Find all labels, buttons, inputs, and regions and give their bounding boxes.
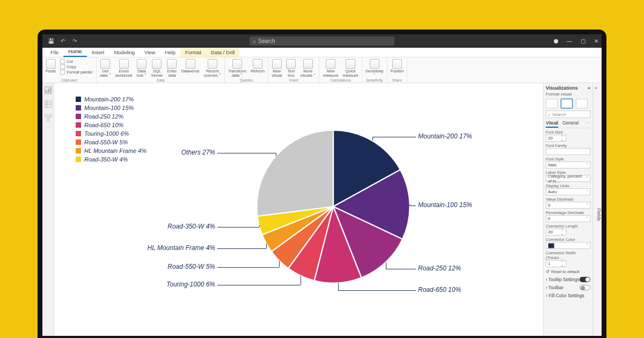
newmeasure-icon [326,59,335,69]
menutab-file[interactable]: File [46,48,63,57]
ribbon-group-share: PublishShare [387,57,408,83]
callout-label: HL Mountain Frame 4% [147,244,215,252]
prop-connector-width-thickn-: Connector Width (Thickn…1⌃⌄ [546,251,590,267]
legend-item: Road-250 12% [76,113,147,120]
fill-color-settings[interactable]: › Fill Color Settings [546,293,590,298]
ribbon-quickmeasure-button[interactable]: Quickmeasure [343,59,358,78]
sql-icon [152,59,162,69]
redo-icon[interactable]: ↷ [71,38,78,45]
report-canvas[interactable]: Mountain-200 17%Mountain-100 15%Road-250… [54,83,543,336]
ribbon-cut-button[interactable]: Cut [60,59,93,64]
chart-legend: Mountain-200 17%Mountain-100 15%Road-250… [76,96,147,165]
legend-item: Road-550-W 5% [76,139,147,145]
visualizations-pane: Visualizations » Format visual ⌕ Search … [543,83,592,336]
publish-icon [392,59,402,69]
newvisual-icon [272,59,282,69]
minimize-icon[interactable]: — [567,38,572,44]
prop-input[interactable] [546,148,590,155]
account-avatar-icon[interactable] [554,39,558,43]
prop-input[interactable]: 0˅ [546,215,590,222]
maximize-icon[interactable]: ▢ [581,38,586,44]
prop-input[interactable]: 20⌃⌄ [546,135,566,142]
menutab-help[interactable]: Help [160,48,180,57]
prop-input[interactable]: Italic˅ [546,161,590,168]
reset-to-default[interactable]: ↺ Reset to default [546,269,590,274]
callout-label: Road-350-W 4% [167,223,215,230]
ribbon-format-painter-button[interactable]: Format painter [60,70,93,75]
dataverse-icon [186,59,195,69]
ribbon-get-data-button[interactable]: Getdata ˅ [100,59,111,78]
report-view-icon[interactable] [45,86,52,94]
prop-percentage-decimals: Percentage Decimals0˅ [546,210,590,222]
menutab-data-drill[interactable]: Data / Drill [206,48,239,57]
ribbon-newmeasure-button[interactable]: Newmeasure [323,59,338,78]
ribbon-morevisuals-button[interactable]: Morevisuals ˅ [300,59,316,78]
ribbon-textbox-button[interactable]: Textbox [286,59,296,78]
morevisuals-icon [303,59,313,69]
prop-input[interactable]: Category, percent of to…˅ [546,175,590,182]
undo-icon[interactable]: ↶ [60,38,66,45]
legend-item: Mountain-100 15% [76,105,147,111]
ribbon-enter-button[interactable]: Enterdata [167,59,177,78]
close-icon[interactable]: ✕ [594,38,598,44]
get-data-icon [100,59,110,69]
excel-icon [119,59,129,69]
recent-icon [208,59,217,69]
ribbon-group-insert: NewvisualTextboxMorevisuals ˅Insert [268,57,319,83]
vis-subtitle: Format visual [546,92,590,97]
ribbon-copy-button[interactable]: Copy [60,64,93,69]
transform-icon [232,59,242,69]
ribbon-group-clipboard: PasteCutCopyFormat painterClipboard [42,57,97,83]
prop-input[interactable]: Auto˅ [546,188,590,195]
data-view-icon[interactable] [45,100,52,108]
ribbon-publish-button[interactable]: Publish [391,59,404,74]
menutab-format[interactable]: Format [180,48,206,57]
menutab-view[interactable]: View [140,48,160,57]
tab-general[interactable]: General [562,120,579,128]
ribbon-sensitivity-button[interactable]: Sensitivity˅ [365,59,384,78]
legend-item: Road-350-W 4% [76,156,147,163]
prop-input[interactable]: ˅ [546,242,590,249]
titlebar-search[interactable]: ⌕ Search [250,36,394,46]
analytics-icon[interactable] [576,99,588,108]
ribbon-paste-button[interactable]: Paste [46,59,56,74]
callout-label: Road-250 12% [418,264,461,272]
quickmeasure-icon [346,59,355,69]
model-view-icon[interactable] [45,114,52,122]
expand-icon[interactable]: « [595,85,597,91]
search-placeholder: Search [258,38,275,44]
ribbon-datahub-button[interactable]: Datahub ˅ [137,59,147,78]
callout-label: Touring-1000 6% [166,281,215,288]
build-visual-icon[interactable] [546,99,558,108]
refresh-icon [253,59,262,69]
prop-input[interactable]: 0˅ [546,202,590,209]
ribbon-transform-button[interactable]: Transformdata ˅ [228,59,246,78]
ribbon-excel-button[interactable]: Excelworkbook [115,59,133,78]
toggle-tooltip-settings[interactable]: › Tooltip Settings [546,277,590,282]
ribbon-sql-button[interactable]: SQLServer [151,59,163,78]
menutab-modeling[interactable]: Modeling [109,48,140,57]
ribbon-refresh-button[interactable]: Refresh [251,59,265,74]
callout-label: Others 27% [181,149,215,156]
format-visual-icon[interactable] [561,99,573,108]
prop-label-style: Label StyleCategory, percent of to…˅ [546,170,590,182]
save-icon[interactable]: 💾 [48,38,54,45]
tab-visual[interactable]: Visual [546,120,558,128]
ribbon-newvisual-button[interactable]: Newvisual [272,59,282,78]
view-rail [42,83,54,336]
collapse-icon[interactable]: » [588,85,590,91]
toggle-toolbar[interactable]: › Toolbar [546,285,590,290]
prop-connector-length: Connector Length20⌃⌄ [546,224,590,236]
prop-input[interactable]: 1⌃⌄ [546,260,566,267]
vis-title: Visualizations [546,85,578,91]
svg-rect-1 [46,90,47,92]
menutab-insert[interactable]: Insert [87,48,109,57]
ribbon-dataverse-button[interactable]: Dataverse [181,59,199,74]
ribbon-recent-button[interactable]: Recentsources ˅ [204,59,221,78]
more-icon[interactable]: ⋯ [586,120,590,128]
pie-slice-others[interactable] [257,130,333,216]
menutab-home[interactable]: Home [63,47,86,57]
fields-pane-collapsed[interactable]: « Fields [592,83,602,336]
prop-input[interactable]: 20⌃⌄ [546,229,566,236]
vis-search[interactable]: ⌕ Search [546,111,590,118]
